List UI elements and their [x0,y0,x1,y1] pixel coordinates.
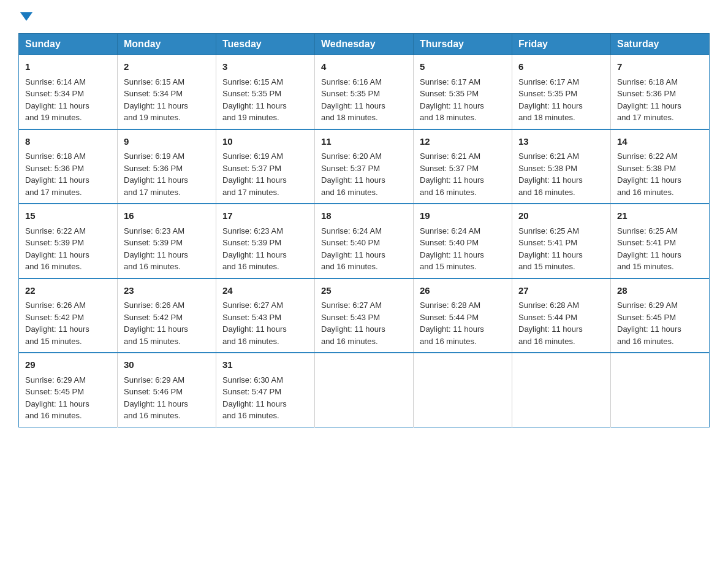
day-number: 25 [321,284,407,298]
day-number: 8 [25,135,111,149]
calendar-cell [611,353,710,427]
calendar-week-row: 29Sunrise: 6:29 AMSunset: 5:45 PMDayligh… [19,353,710,427]
day-info: Sunrise: 6:30 AMSunset: 5:47 PMDaylight:… [222,375,287,421]
day-number: 31 [222,358,308,372]
weekday-header-tuesday: Tuesday [216,34,315,55]
calendar-header: SundayMondayTuesdayWednesdayThursdayFrid… [19,34,710,55]
day-info: Sunrise: 6:29 AMSunset: 5:45 PMDaylight:… [617,301,681,346]
day-info: Sunrise: 6:29 AMSunset: 5:46 PMDaylight:… [124,375,188,421]
day-info: Sunrise: 6:20 AMSunset: 5:37 PMDaylight:… [321,151,385,197]
calendar-cell: 3Sunrise: 6:15 AMSunset: 5:35 PMDaylight… [216,55,315,129]
day-info: Sunrise: 6:15 AMSunset: 5:35 PMDaylight:… [222,77,287,123]
day-number: 2 [124,60,210,74]
day-info: Sunrise: 6:14 AMSunset: 5:34 PMDaylight:… [25,77,89,123]
day-number: 27 [518,284,604,298]
day-number: 6 [518,60,604,74]
calendar-cell: 20Sunrise: 6:25 AMSunset: 5:41 PMDayligh… [512,204,611,278]
day-number: 23 [124,284,210,298]
calendar-cell [414,353,512,427]
day-info: Sunrise: 6:24 AMSunset: 5:40 PMDaylight:… [420,226,484,272]
weekday-header-wednesday: Wednesday [315,34,414,55]
calendar-cell [512,353,611,427]
day-info: Sunrise: 6:27 AMSunset: 5:43 PMDaylight:… [222,301,287,346]
calendar-cell: 27Sunrise: 6:28 AMSunset: 5:44 PMDayligh… [512,278,611,353]
day-number: 1 [25,60,111,74]
day-number: 3 [222,60,308,74]
day-number: 15 [25,209,111,223]
day-number: 11 [321,135,407,149]
calendar-cell: 8Sunrise: 6:18 AMSunset: 5:36 PMDaylight… [19,129,118,204]
day-number: 21 [617,209,703,223]
calendar-cell: 5Sunrise: 6:17 AMSunset: 5:35 PMDaylight… [414,55,512,129]
day-info: Sunrise: 6:17 AMSunset: 5:35 PMDaylight:… [420,77,484,123]
calendar-week-row: 8Sunrise: 6:18 AMSunset: 5:36 PMDaylight… [19,129,710,204]
calendar-cell: 31Sunrise: 6:30 AMSunset: 5:47 PMDayligh… [216,353,315,427]
calendar-cell: 30Sunrise: 6:29 AMSunset: 5:46 PMDayligh… [118,353,216,427]
weekday-header-saturday: Saturday [611,34,710,55]
day-number: 12 [420,135,506,149]
calendar-cell: 29Sunrise: 6:29 AMSunset: 5:45 PMDayligh… [19,353,118,427]
day-number: 10 [222,135,308,149]
day-info: Sunrise: 6:22 AMSunset: 5:39 PMDaylight:… [25,226,89,272]
day-info: Sunrise: 6:15 AMSunset: 5:34 PMDaylight:… [124,77,188,123]
day-info: Sunrise: 6:17 AMSunset: 5:35 PMDaylight:… [518,77,583,123]
day-info: Sunrise: 6:24 AMSunset: 5:40 PMDaylight:… [321,226,385,272]
logo-general-line [18,12,32,22]
day-number: 13 [518,135,604,149]
day-number: 30 [124,358,210,372]
day-info: Sunrise: 6:29 AMSunset: 5:45 PMDaylight:… [25,375,89,421]
day-number: 17 [222,209,308,223]
calendar-cell [315,353,414,427]
day-info: Sunrise: 6:26 AMSunset: 5:42 PMDaylight:… [124,301,188,346]
day-info: Sunrise: 6:22 AMSunset: 5:38 PMDaylight:… [617,151,681,197]
weekday-header-row: SundayMondayTuesdayWednesdayThursdayFrid… [19,34,710,55]
calendar-cell: 13Sunrise: 6:21 AMSunset: 5:38 PMDayligh… [512,129,611,204]
day-info: Sunrise: 6:25 AMSunset: 5:41 PMDaylight:… [617,226,681,272]
day-info: Sunrise: 6:23 AMSunset: 5:39 PMDaylight:… [124,226,188,272]
calendar-week-row: 22Sunrise: 6:26 AMSunset: 5:42 PMDayligh… [19,278,710,353]
calendar-cell: 24Sunrise: 6:27 AMSunset: 5:43 PMDayligh… [216,278,315,353]
day-info: Sunrise: 6:21 AMSunset: 5:38 PMDaylight:… [518,151,583,197]
day-number: 7 [617,60,703,74]
logo [18,12,32,22]
day-number: 5 [420,60,506,74]
day-info: Sunrise: 6:21 AMSunset: 5:37 PMDaylight:… [420,151,484,197]
day-info: Sunrise: 6:28 AMSunset: 5:44 PMDaylight:… [420,301,484,346]
day-number: 28 [617,284,703,298]
calendar-cell: 16Sunrise: 6:23 AMSunset: 5:39 PMDayligh… [118,204,216,278]
calendar-cell: 12Sunrise: 6:21 AMSunset: 5:37 PMDayligh… [414,129,512,204]
day-number: 16 [124,209,210,223]
calendar-cell: 26Sunrise: 6:28 AMSunset: 5:44 PMDayligh… [414,278,512,353]
weekday-header-friday: Friday [512,34,611,55]
calendar-cell: 6Sunrise: 6:17 AMSunset: 5:35 PMDaylight… [512,55,611,129]
calendar-cell: 11Sunrise: 6:20 AMSunset: 5:37 PMDayligh… [315,129,414,204]
day-info: Sunrise: 6:27 AMSunset: 5:43 PMDaylight:… [321,301,385,346]
day-number: 20 [518,209,604,223]
calendar-cell: 1Sunrise: 6:14 AMSunset: 5:34 PMDaylight… [19,55,118,129]
calendar-cell: 23Sunrise: 6:26 AMSunset: 5:42 PMDayligh… [118,278,216,353]
calendar-week-row: 15Sunrise: 6:22 AMSunset: 5:39 PMDayligh… [19,204,710,278]
calendar-week-row: 1Sunrise: 6:14 AMSunset: 5:34 PMDaylight… [19,55,710,129]
day-info: Sunrise: 6:16 AMSunset: 5:35 PMDaylight:… [321,77,385,123]
calendar-cell: 15Sunrise: 6:22 AMSunset: 5:39 PMDayligh… [19,204,118,278]
day-info: Sunrise: 6:19 AMSunset: 5:36 PMDaylight:… [124,151,188,197]
calendar-cell: 18Sunrise: 6:24 AMSunset: 5:40 PMDayligh… [315,204,414,278]
day-info: Sunrise: 6:28 AMSunset: 5:44 PMDaylight:… [518,301,583,346]
calendar-cell: 7Sunrise: 6:18 AMSunset: 5:36 PMDaylight… [611,55,710,129]
page-header [18,12,710,22]
day-number: 4 [321,60,407,74]
calendar-cell: 28Sunrise: 6:29 AMSunset: 5:45 PMDayligh… [611,278,710,353]
weekday-header-thursday: Thursday [414,34,512,55]
day-number: 19 [420,209,506,223]
day-number: 22 [25,284,111,298]
calendar-cell: 9Sunrise: 6:19 AMSunset: 5:36 PMDaylight… [118,129,216,204]
calendar-cell: 19Sunrise: 6:24 AMSunset: 5:40 PMDayligh… [414,204,512,278]
calendar-cell: 2Sunrise: 6:15 AMSunset: 5:34 PMDaylight… [118,55,216,129]
calendar-table: SundayMondayTuesdayWednesdayThursdayFrid… [18,33,710,427]
calendar-cell: 25Sunrise: 6:27 AMSunset: 5:43 PMDayligh… [315,278,414,353]
day-number: 18 [321,209,407,223]
calendar-cell: 22Sunrise: 6:26 AMSunset: 5:42 PMDayligh… [19,278,118,353]
calendar-cell: 4Sunrise: 6:16 AMSunset: 5:35 PMDaylight… [315,55,414,129]
day-number: 29 [25,358,111,372]
calendar-cell: 17Sunrise: 6:23 AMSunset: 5:39 PMDayligh… [216,204,315,278]
